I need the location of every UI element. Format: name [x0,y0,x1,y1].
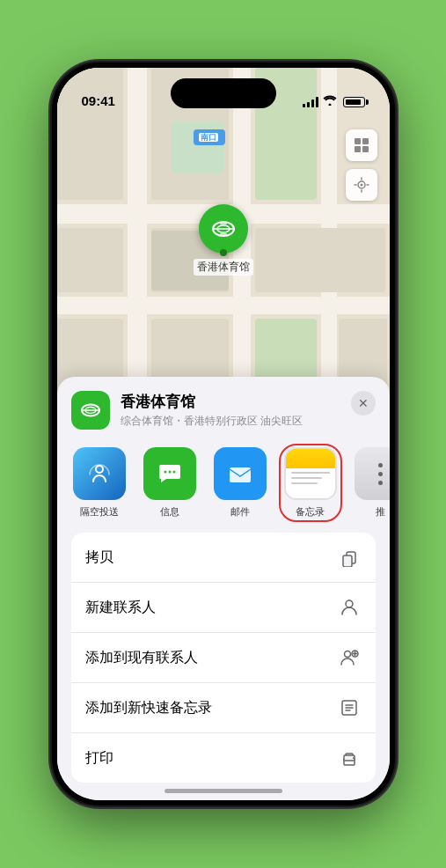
battery-icon [343,97,365,107]
svg-rect-19 [362,138,369,144]
share-item-notes[interactable]: 备忘录 [282,447,339,519]
location-button[interactable] [346,169,377,201]
bottom-sheet: 香港体育馆 综合体育馆・香港特别行政区 油尖旺区 ✕ 隔空 [57,377,390,800]
svg-rect-38 [343,555,352,567]
action-new-contact-label: 新建联系人 [85,599,156,617]
mail-icon-wrap [214,447,267,500]
svg-point-32 [96,466,103,473]
close-button[interactable]: ✕ [351,391,376,416]
print-icon [337,746,362,770]
venue-name: 香港体育馆 [121,392,376,412]
svg-rect-28 [220,233,227,236]
copy-icon [337,545,362,570]
svg-point-33 [164,471,166,474]
action-list: 拷贝 新建联系人 [71,533,376,783]
status-icons [303,95,365,108]
svg-point-40 [344,651,350,658]
home-indicator [165,789,282,793]
action-quick-note-label: 添加到新快速备忘录 [85,699,212,717]
svg-rect-18 [355,138,361,144]
messages-label: 信息 [160,505,179,519]
svg-rect-12 [255,228,385,292]
venue-icon [71,391,110,430]
person-icon [337,595,362,620]
share-row: 隔空投送 信息 [57,440,390,533]
action-print-label: 打印 [85,749,113,768]
svg-rect-2 [57,297,390,314]
svg-point-50 [353,757,355,759]
svg-rect-27 [220,222,227,224]
svg-point-35 [172,471,175,474]
dynamic-island [171,78,276,108]
more-label: 推 [376,505,385,519]
signal-icon [303,97,318,107]
map-north-exit-label: 南口 [194,129,225,145]
map-controls[interactable] [346,129,377,201]
svg-point-34 [168,471,171,474]
note-icon [337,695,362,720]
svg-rect-36 [230,467,251,482]
status-time: 09:41 [82,93,115,108]
share-item-mail[interactable]: 邮件 [212,447,268,519]
action-quick-note[interactable]: 添加到新快速备忘录 [71,683,376,733]
stadium-pin[interactable]: 香港体育馆 [194,204,253,276]
wifi-icon [323,95,337,108]
stadium-icon [209,215,238,243]
action-copy[interactable]: 拷贝 [71,533,376,583]
pin-circle [199,204,248,254]
person-add-icon [337,645,362,670]
action-copy-label: 拷贝 [85,548,113,567]
action-add-existing-label: 添加到现有联系人 [85,649,198,667]
venue-info: 香港体育馆 综合体育馆・香港特别行政区 油尖旺区 [121,392,376,429]
notes-icon-wrap [284,447,337,500]
notes-label: 备忘录 [296,505,325,519]
action-add-existing[interactable]: 添加到现有联系人 [71,633,376,683]
svg-rect-17 [172,121,224,173]
venue-subtitle: 综合体育馆・香港特别行政区 油尖旺区 [121,414,376,429]
mail-label: 邮件 [230,505,250,519]
messages-icon-wrap [143,447,196,500]
share-item-more[interactable]: 推 [353,447,390,519]
svg-rect-9 [57,228,123,292]
more-icon-wrap [355,447,390,500]
svg-rect-20 [355,146,361,152]
airdrop-icon-wrap [73,447,126,500]
action-print[interactable]: 打印 [71,733,376,783]
svg-point-23 [360,184,362,187]
pin-label: 香港体育馆 [194,259,253,276]
airdrop-label: 隔空投送 [80,505,119,519]
svg-point-39 [346,600,353,607]
action-new-contact[interactable]: 新建联系人 [71,583,376,633]
map-type-button[interactable] [346,129,377,161]
venue-header: 香港体育馆 综合体育馆・香港特别行政区 油尖旺区 ✕ [57,377,390,440]
share-item-messages[interactable]: 信息 [142,447,198,519]
share-item-airdrop[interactable]: 隔空投送 [71,447,128,519]
svg-rect-21 [362,146,369,152]
